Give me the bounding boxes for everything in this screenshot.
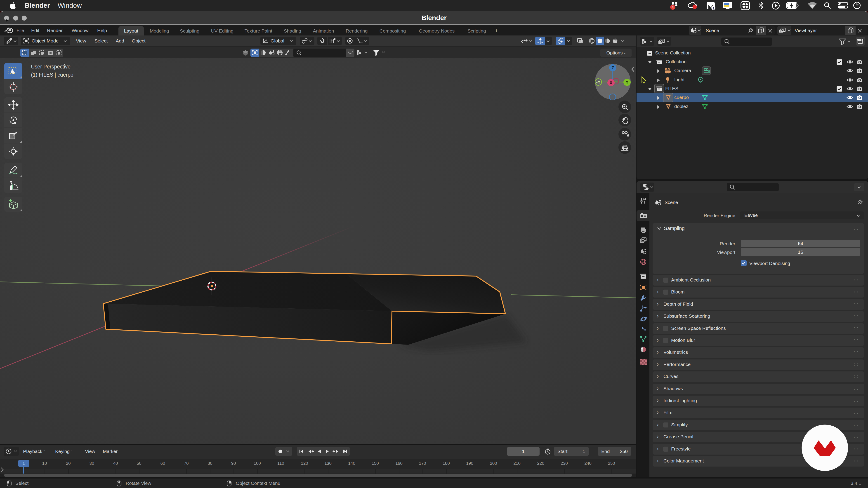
- svg-text:-Y: -Y: [596, 80, 600, 85]
- svg-text:X: X: [610, 80, 613, 85]
- svg-text:Y: Y: [625, 80, 629, 85]
- svg-text:4: 4: [672, 5, 674, 10]
- svg-text:Z: Z: [612, 65, 614, 70]
- svg-text:!: !: [713, 6, 714, 10]
